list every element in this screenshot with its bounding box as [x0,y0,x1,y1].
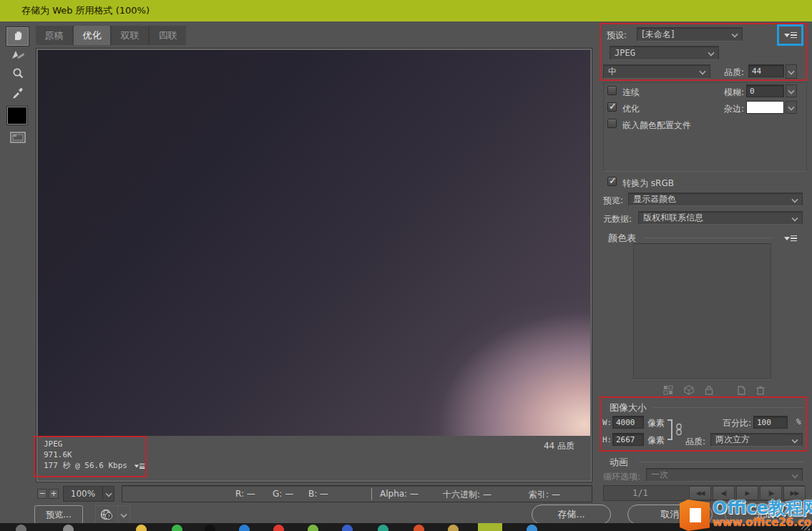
eyedropper-color-swatch[interactable] [7,107,27,125]
color-table-menu-button[interactable] [781,230,800,246]
snap-websafe-icon[interactable] [663,384,673,398]
watermark: Office教程网 www.office26.com [678,500,812,531]
matte-select-button[interactable] [786,101,797,114]
quality-input[interactable]: 44 [748,64,784,77]
tab-4up[interactable]: 四联 [150,26,186,45]
quality-preset-value: 中 [608,66,700,78]
taskbar-app-icon[interactable] [239,525,250,531]
color-table-header-line [644,238,774,238]
readout-hex: 十六进制: — [443,489,491,501]
format-select[interactable]: JPEG [610,46,719,60]
width-unit: 像素 [647,417,665,429]
animation-header-line [638,462,804,462]
chevron-down-icon [121,512,127,517]
optimized-file-info: JPEG 971.6K 177 秒 @ 56.6 Kbps [44,439,146,471]
tab-2up[interactable]: 双联 [112,26,148,45]
preset-value: [未命名] [642,29,732,41]
lock-color-icon[interactable] [704,384,714,398]
zoom-level-chevron[interactable] [102,487,114,501]
height-unit: 像素 [647,434,665,447]
zoom-tool[interactable] [6,66,29,84]
embed-profile-checkbox[interactable] [607,119,617,128]
link-bracket [667,419,672,440]
taskbar-app-icon[interactable] [16,525,26,531]
new-color-icon[interactable] [736,384,746,398]
preview-pane: JPEG 971.6K 177 秒 @ 56.6 Kbps 44 品质 [36,48,592,482]
quality-badge: 44 品质 [544,440,574,452]
svg-text:?: ? [107,514,110,520]
resample-quality-value: 两次立方 [715,434,792,446]
loop-options-select[interactable]: 一次 [646,468,803,482]
panel-menu-icon [784,31,797,39]
taskbar-app-icon[interactable] [378,525,388,531]
tab-original[interactable]: 原稿 [36,26,72,45]
taskbar-app-icon[interactable] [527,525,537,531]
taskbar-app-icon[interactable] [308,525,318,531]
taskbar-app-icon[interactable] [478,523,502,531]
width-label: W: [602,418,612,427]
taskbar-app-icon[interactable] [172,525,182,531]
image-size-header-line [652,407,804,408]
progressive-checkbox[interactable] [607,86,617,95]
optimized-image-canvas[interactable] [38,50,590,436]
eyedropper-tool[interactable] [6,84,29,103]
dialog-titlebar[interactable]: 存储为 Web 所用格式 (100%) [0,0,812,21]
tab-optimized[interactable]: 优化 [74,26,110,45]
quality-preset-select[interactable]: 中 [603,64,710,79]
taskbar-app-icon[interactable] [273,525,284,531]
chevron-down-icon [792,197,798,203]
zoom-level-select[interactable]: 100% [63,486,114,502]
download-time[interactable]: 177 秒 @ 56.6 Kbps [44,460,146,471]
first-frame-button[interactable]: ◀◀ [689,486,711,500]
browser-select-chevron[interactable] [118,505,130,524]
slice-select-tool[interactable] [6,47,29,66]
link-chain-icon[interactable] [675,423,683,439]
preview-in-browser-button[interactable]: 预览... [34,505,83,524]
color-table-swatches[interactable] [633,243,771,379]
dialog-title: 存储为 Web 所用格式 (100%) [21,5,150,16]
percent-input[interactable]: 100 [753,416,788,429]
quality-slider-button[interactable] [786,64,797,79]
height-input[interactable]: 2667 [612,433,644,446]
height-label: H: [602,435,612,444]
matte-color-swatch[interactable] [746,101,784,114]
chevron-down-icon [788,88,794,94]
file-size: 971.6K [44,449,146,460]
save-button[interactable]: 存储... [532,505,611,525]
taskbar-app-icon[interactable] [63,525,74,531]
download-speed-menu-icon[interactable] [134,463,145,469]
optimized-checkbox[interactable] [607,102,617,112]
blur-input[interactable]: 0 [746,84,784,97]
preset-label: 预设: [607,29,627,42]
websafe-cube-icon[interactable] [684,384,694,398]
width-input[interactable]: 4000 [612,416,644,429]
zoom-out-button[interactable]: − [37,489,47,499]
optimized-label: 优化 [622,103,640,115]
zoom-in-button[interactable]: + [49,489,59,499]
taskbar-app-icon[interactable] [448,525,459,531]
office-logo-icon [678,500,711,531]
metadata-value: 版权和联系信息 [643,212,792,224]
toggle-slices-visibility[interactable] [6,130,29,148]
convert-srgb-checkbox[interactable] [607,177,617,186]
taskbar-app-icon[interactable] [205,525,215,531]
format-value: JPEG [615,48,708,58]
preset-select[interactable]: [未命名] [637,27,743,42]
dialog-body: 原稿 优化 双联 四联 JPEG 971.6K 177 秒 @ 56.6 Kbp… [0,21,812,523]
taskbar-app-icon[interactable] [136,525,147,531]
taskbar-app-icon[interactable] [414,525,424,531]
metadata-select[interactable]: 版权和联系信息 [638,211,803,225]
magnifier-icon [11,67,24,83]
readout-alpha: Alpha: — [380,489,419,499]
panel-menu-button[interactable] [781,27,800,43]
delete-color-icon[interactable] [755,384,765,398]
hand-tool[interactable] [6,27,29,46]
quality-label: 品质: [724,67,744,79]
loop-options-value: 一次 [651,469,792,481]
convert-srgb-label: 转换为 sRGB [622,177,674,190]
resample-quality-select[interactable]: 两次立方 [710,433,803,447]
browser-globe-button[interactable]: ? [95,505,118,524]
blur-slider-button[interactable] [786,84,797,97]
preview-color-select[interactable]: 显示器颜色 [628,193,803,206]
taskbar-app-icon[interactable] [342,525,353,531]
